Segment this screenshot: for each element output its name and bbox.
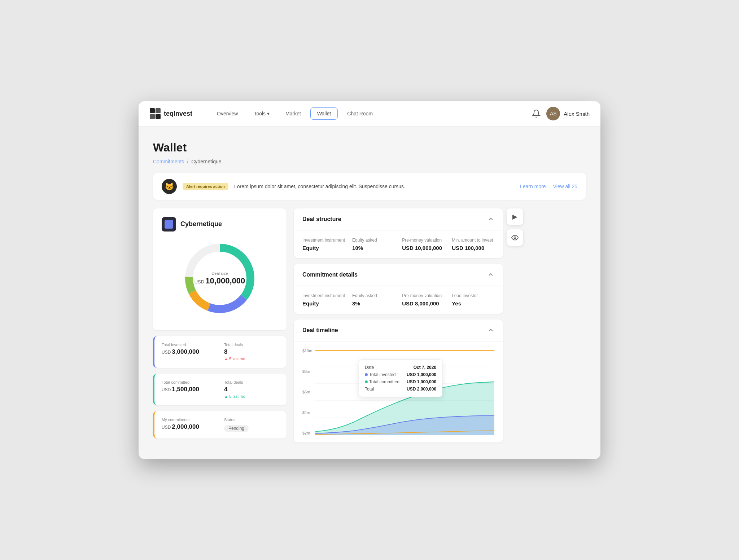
page-title: Wallet xyxy=(153,141,586,154)
avatar: AS xyxy=(546,107,560,120)
commitment-details-body: Investment instrument Equity Equity aske… xyxy=(294,286,503,314)
tooltip-total-row: Total USD 2,000,000 xyxy=(365,387,436,392)
tooltip-date-label: Date xyxy=(365,365,374,370)
notification-bell-icon[interactable] xyxy=(532,109,541,118)
alert-actions: Learn more View all 25 xyxy=(520,184,577,189)
learn-more-link[interactable]: Learn more xyxy=(520,184,546,189)
company-logo xyxy=(162,217,176,232)
tooltip-committed-dot xyxy=(365,380,368,383)
tooltip-committed-row: Total committed USD 1,000,000 xyxy=(365,379,436,384)
deal-size-label: Deal size xyxy=(194,271,245,275)
total-deals-label-1: Total deals xyxy=(224,343,279,347)
app-window: teqInvest Overview Tools ▾ Market Wallet… xyxy=(139,101,600,459)
chart-tooltip: Date Oct 7, 2020 Total invested USD xyxy=(359,360,442,397)
total-committed-label: Total committed xyxy=(162,380,217,384)
send-button[interactable]: ▶ xyxy=(507,208,523,225)
deal-structure-title: Deal structure xyxy=(302,216,341,222)
deal-field-2: Pre-money valuation USD 10,000,000 xyxy=(402,238,445,251)
view-all-link[interactable]: View all 25 xyxy=(553,184,577,189)
commitment-details-grid: Investment instrument Equity Equity aske… xyxy=(302,293,494,307)
total-committed-col: Total committed USD1,500,000 xyxy=(162,380,217,399)
tooltip-invested-dot xyxy=(365,373,368,376)
main-content: Wallet Commitments / Cybernetique 🐱 Aler… xyxy=(139,127,600,459)
nav-tools[interactable]: Tools ▾ xyxy=(247,108,276,119)
deal-timeline-title: Deal timeline xyxy=(302,327,338,334)
total-deals-col-2: Total deals 4 ▲ 5 last mo xyxy=(224,380,279,399)
nav-wallet[interactable]: Wallet xyxy=(310,107,338,120)
nav-overview[interactable]: Overview xyxy=(210,108,244,119)
right-area: Deal structure Investment instrument xyxy=(294,208,523,448)
chart-area: Date Oct 7, 2020 Total invested USD xyxy=(315,349,494,435)
deal-structure-grid: Investment instrument Equity Equity aske… xyxy=(302,238,494,251)
tooltip-invested-row: Total invested USD 1,000,000 xyxy=(365,372,436,377)
donut-center-info: Deal size USD10,000,000 xyxy=(194,271,245,286)
deal-size-value: USD10,000,000 xyxy=(194,276,245,286)
status-col: Status Pending xyxy=(224,418,279,432)
deal-timeline-header: Deal timeline xyxy=(294,319,503,341)
tooltip-invested-value: USD 1,000,000 xyxy=(407,372,436,377)
content-grid: Cybernetique xyxy=(153,208,586,448)
deal-structure-header: Deal structure xyxy=(294,208,503,230)
svg-rect-3 xyxy=(156,114,161,119)
deal-structure-card: Deal structure Investment instrument xyxy=(294,208,503,258)
total-committed-value: USD1,500,000 xyxy=(162,386,217,393)
main-nav: Overview Tools ▾ Market Wallet Chat Room xyxy=(210,107,532,120)
svg-rect-1 xyxy=(156,108,161,113)
view-button[interactable] xyxy=(507,229,523,246)
header-right: AS Alex Smith xyxy=(532,107,590,120)
collapse-commitment-details-icon[interactable] xyxy=(487,271,494,278)
tooltip-date-value: Oct 7, 2020 xyxy=(414,365,436,370)
breadcrumb: Commitments / Cybernetique xyxy=(153,159,586,164)
tooltip-date-row: Date Oct 7, 2020 xyxy=(365,365,436,370)
tooltip-committed-label: Total committed xyxy=(369,379,399,384)
total-invested-label: Total invested xyxy=(162,343,217,347)
tooltip-committed-value: USD 1,000,000 xyxy=(407,379,436,384)
my-commitment-value: USD2,000,000 xyxy=(162,423,217,431)
chart-container: $10m $8m $6m $4m $2m xyxy=(294,341,503,442)
my-commitment-card: My commitment USD2,000,000 Status Pendin… xyxy=(153,411,287,438)
svg-rect-2 xyxy=(150,114,155,119)
commitment-details-title: Commitment details xyxy=(302,272,358,278)
alert-bar: 🐱 Alert requires action Lorem ipsum dolo… xyxy=(153,173,586,200)
commitment-details-header: Commitment details xyxy=(294,264,503,286)
alert-badge: Alert requires action xyxy=(183,183,228,190)
total-invested-col: Total invested USD3,000,000 xyxy=(162,343,217,361)
left-panel: Cybernetique xyxy=(153,208,287,448)
total-deals-col-1: Total deals 8 ▲ 5 last mo xyxy=(224,343,279,361)
nav-market[interactable]: Market xyxy=(279,108,307,119)
stats-sub-1: ▲ 5 last mo xyxy=(224,356,279,361)
user-profile-area[interactable]: AS Alex Smith xyxy=(546,107,590,120)
deal-field-0: Investment instrument Equity xyxy=(302,238,345,251)
collapse-deal-structure-icon[interactable] xyxy=(487,216,494,223)
company-header: Cybernetique xyxy=(162,217,278,232)
company-card: Cybernetique xyxy=(153,208,287,330)
collapse-deal-timeline-icon[interactable] xyxy=(487,327,494,334)
total-committed-card: Total committed USD1,500,000 Total deals… xyxy=(153,374,287,405)
breadcrumb-parent[interactable]: Commitments xyxy=(153,159,184,164)
deal-structure-body: Investment instrument Equity Equity aske… xyxy=(294,230,503,258)
logo-text: teqInvest xyxy=(164,110,192,118)
commitment-field-1: Equity asked 3% xyxy=(352,293,395,307)
svg-rect-0 xyxy=(150,108,155,113)
header: teqInvest Overview Tools ▾ Market Wallet… xyxy=(139,101,600,127)
deal-field-3: Min. amount to invest USD 100,000 xyxy=(452,238,494,251)
right-panel: Deal structure Investment instrument xyxy=(294,208,503,448)
total-invested-card: Total invested USD3,000,000 Total deals … xyxy=(153,336,287,368)
nav-chatroom[interactable]: Chat Room xyxy=(341,108,379,119)
action-buttons: ▶ xyxy=(507,208,523,246)
tooltip-total-value: USD 2,000,000 xyxy=(407,387,436,392)
commitment-field-3: Lead investor Yes xyxy=(452,293,494,307)
commitment-field-0: Investment instrument Equity xyxy=(302,293,345,307)
username-label: Alex Smith xyxy=(564,111,590,117)
total-invested-value: USD3,000,000 xyxy=(162,348,217,356)
alert-text: Lorem ipsum dolor sit amet, consectetur … xyxy=(234,184,514,189)
tooltip-invested-label: Total invested xyxy=(369,372,395,377)
total-deals-label-2: Total deals xyxy=(224,380,279,384)
breadcrumb-separator: / xyxy=(187,159,188,164)
logo[interactable]: teqInvest xyxy=(149,108,192,119)
status-badge: Pending xyxy=(224,425,249,432)
tooltip-total-label: Total xyxy=(365,387,374,392)
deal-timeline-card: Deal timeline $10m $8m $6m xyxy=(294,319,503,442)
my-commitment-col: My commitment USD2,000,000 xyxy=(162,418,217,432)
chart-y-labels: $10m $8m $6m $4m $2m xyxy=(302,349,312,435)
